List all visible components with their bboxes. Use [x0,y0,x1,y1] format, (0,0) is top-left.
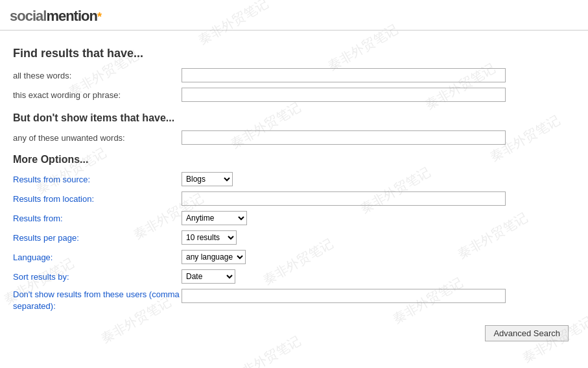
logo-asterisk: * [97,10,102,24]
exact-wording-input[interactable] [182,88,506,102]
results-per-page-row: Results per page: 10 results 25 results … [13,230,575,245]
dont-show-users-label: Don't show results from these users (com… [13,289,182,312]
results-from-row: Results from: Anytime Past 24 hours Past… [13,211,575,225]
results-per-page-select[interactable]: 10 results 25 results 50 results 100 res… [182,230,237,245]
logo-social: social [10,8,46,25]
language-row: Language: any language English Spanish F… [13,250,575,264]
exact-wording-row: this exact wording or phrase: [13,88,575,102]
more-options-header: More Options... [13,154,575,166]
source-row: Results from source: Blogs All Twitter F… [13,172,575,186]
sort-select[interactable]: Date Relevance [182,269,235,284]
unwanted-words-label: any of these unwanted words: [13,133,182,143]
sort-row: Sort results by: Date Relevance [13,269,575,284]
sort-label: Sort results by: [13,272,182,282]
language-label: Language: [13,252,182,262]
all-these-words-input[interactable] [182,68,506,82]
logo: socialmention* [10,8,578,25]
all-these-words-label: all these words: [13,71,182,80]
results-from-select[interactable]: Anytime Past 24 hours Past week Past mon… [182,211,247,225]
location-label: Results from location: [13,194,182,204]
results-per-page-label: Results per page: [13,233,182,243]
logo-mention: mention [46,8,97,25]
language-select[interactable]: any language English Spanish French Germ… [182,250,246,264]
header: socialmention* [0,0,588,31]
find-results-header: Find results that have... [13,47,575,60]
unwanted-words-input[interactable] [182,130,506,145]
location-row: Results from location: [13,191,575,206]
advanced-search-button[interactable]: Advanced Search [485,325,569,341]
dont-show-header: But don't show items that have... [13,112,575,124]
dont-show-users-input[interactable] [182,289,506,303]
source-select[interactable]: Blogs All Twitter Facebook News Reddit [182,172,233,186]
all-these-words-row: all these words: [13,68,575,82]
unwanted-words-row: any of these unwanted words: [13,130,575,145]
dont-show-users-row: Don't show results from these users (com… [13,289,575,312]
results-from-label: Results from: [13,214,182,223]
main-content: Find results that have... all these word… [0,31,588,351]
location-input[interactable] [182,191,506,206]
source-label: Results from source: [13,175,182,184]
exact-wording-label: this exact wording or phrase: [13,90,182,100]
